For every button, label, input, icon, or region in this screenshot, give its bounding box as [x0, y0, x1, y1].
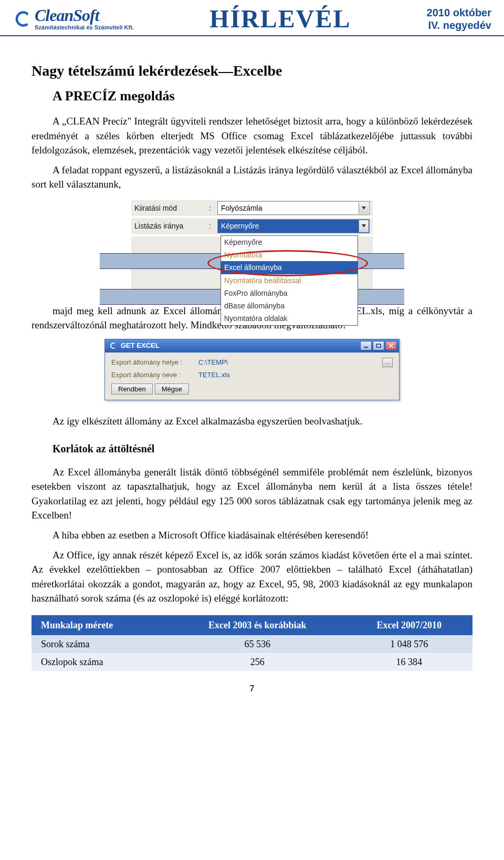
- paragraph-6: A hiba ebben az esetben a Microsoft Offi…: [32, 528, 472, 543]
- maximize-button[interactable]: [373, 341, 384, 350]
- logo-subtitle: Számítástechnikai és Számviteli Kft.: [35, 25, 134, 30]
- ss1-label-2: Listázás iránya: [134, 221, 203, 231]
- paragraph-2: A feladat roppant egyszerű, a listázások…: [32, 163, 472, 192]
- table-header: Excel 2003 és korábbiak: [169, 615, 346, 635]
- export-path-value: C:\TEMP\: [198, 358, 379, 368]
- table-row: Oszlopok száma 256 16 384: [32, 653, 472, 671]
- svg-rect-1: [376, 344, 381, 347]
- dropdown-arrow-icon[interactable]: [359, 202, 369, 214]
- newsletter-title: HÍRLEVÉL: [209, 4, 351, 33]
- screenshot-dropdown: Kiiratási mód : Folyószámla Listázás irá…: [131, 200, 373, 289]
- table-row: Sorok száma 65 536 1 048 576: [32, 635, 472, 653]
- svg-rect-0: [364, 347, 368, 348]
- issue-date: 2010 október IV. negyedév: [427, 6, 491, 32]
- screenshot-dialog: GET EXCEL Export állomány helye : C:\TEM…: [104, 339, 400, 401]
- list-option[interactable]: dBase állományba: [221, 299, 358, 312]
- heading-1: Nagy tételszámú lekérdezések—Excelbe: [32, 60, 472, 82]
- cancel-button[interactable]: Mégse: [155, 384, 189, 395]
- table-cell: Oszlopok száma: [32, 653, 169, 671]
- ok-button[interactable]: Rendben: [111, 384, 153, 395]
- date-line-2: IV. negyedév: [427, 19, 491, 32]
- dialog-titlebar: GET EXCEL: [105, 339, 399, 353]
- dropdown-arrow-icon[interactable]: [359, 220, 369, 232]
- list-option[interactable]: Nyomtatóra: [221, 248, 358, 261]
- dialog-title: GET EXCEL: [121, 341, 160, 351]
- list-option[interactable]: Nyomtatóra beállítással: [221, 274, 358, 287]
- date-line-1: 2010 október: [427, 6, 491, 19]
- table-cell: 1 048 576: [346, 635, 472, 653]
- list-option-selected[interactable]: Excel állományba: [221, 261, 358, 274]
- export-name-value: TETEL.xls: [198, 370, 393, 380]
- table-header: Munkalap mérete: [32, 615, 169, 635]
- heading-2: A PRECÍZ megoldás: [52, 86, 472, 106]
- browse-button[interactable]: …: [382, 358, 393, 367]
- logo-name: CleanSoft: [35, 7, 134, 24]
- ss1-label-1: Kiiratási mód: [134, 203, 203, 213]
- ss1-field-2[interactable]: Képernyőre: [217, 219, 370, 233]
- article-body: Nagy tételszámú lekérdezések—Excelbe A P…: [0, 36, 504, 706]
- subheading: Korlátok az áttöltésnél: [32, 441, 472, 457]
- dialog-icon: [109, 342, 117, 349]
- ss1-listbox[interactable]: Képernyőre Nyomtatóra Excel állományba N…: [220, 235, 358, 326]
- ss1-field-1[interactable]: Folyószámla: [217, 201, 370, 215]
- list-option[interactable]: Képernyőre: [221, 236, 358, 248]
- paragraph-1: A „CLEAN Precíz" Integrált ügyviteli ren…: [32, 114, 472, 158]
- table-cell: 16 384: [346, 653, 472, 671]
- paragraph-5: Az Excel állományba generált listák dönt…: [32, 465, 472, 523]
- table-header: Excel 2007/2010: [346, 615, 472, 635]
- list-option[interactable]: FoxPro állományba: [221, 287, 358, 299]
- cleansoft-logo-icon: [13, 9, 32, 28]
- page-number: 7: [32, 682, 472, 696]
- table-cell: Sorok száma: [32, 635, 169, 653]
- close-button[interactable]: [385, 341, 397, 350]
- export-name-label: Export állomány neve :: [111, 370, 195, 380]
- paragraph-7: Az Office, így annak részét képező Excel…: [32, 548, 472, 606]
- table-cell: 65 536: [169, 635, 346, 653]
- limits-table: Munkalap mérete Excel 2003 és korábbiak …: [32, 615, 472, 671]
- logo-block: CleanSoft Számítástechnikai és Számvitel…: [13, 7, 134, 30]
- export-path-label: Export állomány helye :: [111, 358, 195, 368]
- page-header: CleanSoft Számítástechnikai és Számvitel…: [0, 0, 504, 36]
- list-option[interactable]: Nyomtatóra oldalak: [221, 312, 358, 325]
- paragraph-4: Az így elkészített állomány az Excel alk…: [32, 414, 472, 429]
- minimize-button[interactable]: [360, 341, 372, 350]
- table-cell: 256: [169, 653, 346, 671]
